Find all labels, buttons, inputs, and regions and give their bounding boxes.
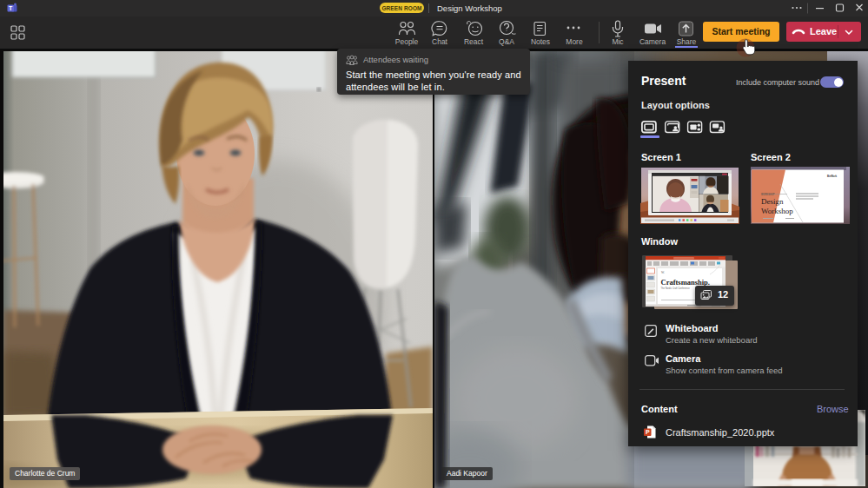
svg-text:Design: Design <box>761 197 784 206</box>
svg-text:P: P <box>646 429 650 435</box>
svg-text:T: T <box>9 5 13 11</box>
svg-text:BizWork: BizWork <box>827 175 838 178</box>
svg-text:W.: W. <box>661 271 665 274</box>
svg-text:WORKSHOP: WORKSHOP <box>761 193 775 196</box>
svg-text:The Nordic Craft Conference: The Nordic Craft Conference <box>661 287 691 290</box>
svg-text:Workshop: Workshop <box>761 207 793 215</box>
